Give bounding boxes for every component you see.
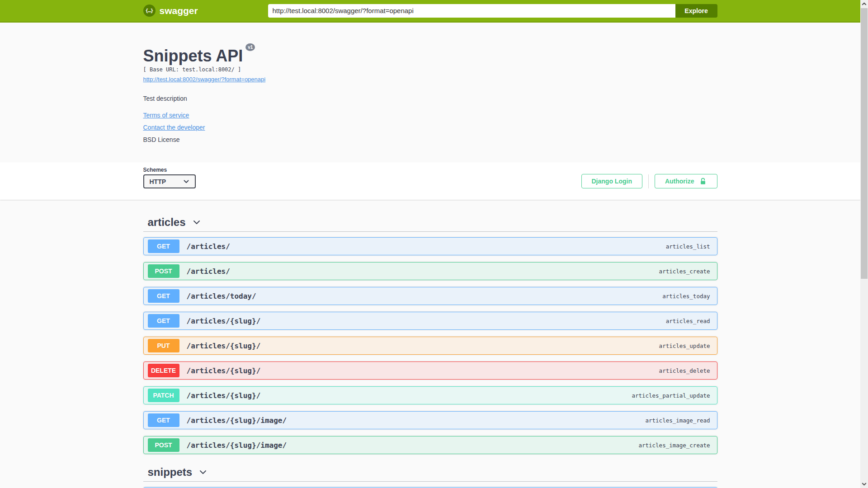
scheme-select[interactable]: HTTP <box>143 174 196 188</box>
unlocked-padlock-icon <box>699 177 707 185</box>
operation-row[interactable]: GET /articles/ articles_list <box>143 237 717 255</box>
operation-row[interactable]: DELETE /articles/{slug}/ articles_delete <box>143 361 717 380</box>
swagger-logo-icon: {…} <box>143 5 156 17</box>
api-description: Test description <box>143 95 717 102</box>
schemes-block: Schemes HTTP <box>143 167 196 188</box>
scheme-selected-value: HTTP <box>150 178 166 185</box>
op-id: articles_image_create <box>638 442 710 449</box>
topbar: {…} swagger Explore <box>0 0 860 23</box>
op-id: articles_today <box>662 293 710 300</box>
operation-row[interactable]: PUT /articles/{slug}/ articles_update <box>143 337 717 355</box>
method-badge: DELETE <box>148 364 179 377</box>
chevron-down-icon <box>192 218 201 227</box>
method-badge: GET <box>148 314 179 328</box>
op-id: articles_read <box>666 318 710 324</box>
brand-name: swagger <box>160 5 198 16</box>
api-sections: articles GET /articles/ articles_list PO… <box>143 200 717 488</box>
tag-title: snippets <box>148 466 193 479</box>
chevron-down-icon <box>198 468 208 477</box>
method-badge: PATCH <box>148 389 179 402</box>
scheme-container: Schemes HTTP Django Login Authorize <box>0 162 860 200</box>
spec-link[interactable]: http://test.local:8002/swagger/?format=o… <box>143 76 266 83</box>
schemes-label: Schemes <box>143 167 196 173</box>
method-badge: GET <box>148 289 179 303</box>
operation-row[interactable]: GET /articles/today/ articles_today <box>143 287 717 305</box>
scrollbar-up-arrow-icon[interactable] <box>860 0 868 8</box>
op-path: /articles/{slug}/ <box>187 391 261 400</box>
django-login-label: Django Login <box>592 178 632 185</box>
op-path: /articles/{slug}/ <box>187 342 261 350</box>
explore-button[interactable]: Explore <box>675 4 717 18</box>
operation-row[interactable]: GET /articles/{slug}/ articles_read <box>143 312 717 330</box>
chevron-down-icon <box>183 178 189 185</box>
vertical-scrollbar[interactable] <box>860 0 868 488</box>
op-id: articles_image_read <box>646 417 710 424</box>
contact-developer-link[interactable]: Contact the developer <box>143 124 205 131</box>
api-title-row: Snippets APIv1 <box>143 47 717 65</box>
operation-row[interactable]: POST /articles/{slug}/image/ articles_im… <box>143 436 717 454</box>
page-title: Snippets API <box>143 47 243 65</box>
swagger-brand: {…} swagger <box>143 5 198 17</box>
authorize-button[interactable]: Authorize <box>655 174 717 188</box>
operations: GET /snippets/ snippets_list <box>143 482 717 488</box>
method-badge: POST <box>148 264 179 278</box>
tag-section: snippets GET /snippets/ snippets_list <box>143 466 717 488</box>
op-id: articles_partial_update <box>632 392 710 399</box>
version-badge: v1 <box>245 43 255 51</box>
method-badge: GET <box>148 413 179 427</box>
op-path: /articles/{slug}/ <box>187 317 261 325</box>
op-id: articles_create <box>659 268 710 275</box>
op-path: /articles/ <box>187 267 230 276</box>
base-url: [ Base URL: test.local:8002/ ] <box>143 66 717 73</box>
authorize-label: Authorize <box>665 178 694 185</box>
tag-title: articles <box>148 216 186 229</box>
method-badge: GET <box>148 239 179 253</box>
op-id: articles_delete <box>659 367 710 374</box>
op-path: /articles/{slug}/ <box>187 366 261 375</box>
spec-url-input[interactable] <box>268 4 675 18</box>
op-id: articles_list <box>666 243 710 250</box>
op-id: articles_update <box>659 343 710 349</box>
auth-divider <box>648 174 649 188</box>
scrollbar-thumb[interactable] <box>861 8 868 279</box>
operation-row[interactable]: POST /articles/ articles_create <box>143 262 717 280</box>
info-container: Snippets APIv1 [ Base URL: test.local:80… <box>0 23 860 162</box>
auth-wrapper: Django Login Authorize <box>581 174 717 188</box>
operations: GET /articles/ articles_list POST /artic… <box>143 232 717 454</box>
method-badge: POST <box>148 438 179 452</box>
tag-header[interactable]: articles <box>143 216 717 232</box>
scrollbar-down-arrow-icon[interactable] <box>860 480 868 488</box>
op-path: /articles/today/ <box>187 292 256 300</box>
operation-row[interactable]: PATCH /articles/{slug}/ articles_partial… <box>143 386 717 404</box>
op-path: /articles/ <box>187 242 230 251</box>
op-path: /articles/{slug}/image/ <box>187 416 287 425</box>
op-path: /articles/{slug}/image/ <box>187 441 287 450</box>
license-text: BSD License <box>143 136 717 143</box>
tag-header[interactable]: snippets <box>143 466 717 482</box>
download-url-form: Explore <box>268 4 717 18</box>
tag-section: articles GET /articles/ articles_list PO… <box>143 216 717 454</box>
terms-of-service-link[interactable]: Terms of service <box>143 112 189 119</box>
swagger-ui-page: {…} swagger Explore Snippets APIv1 [ Bas… <box>0 0 860 488</box>
method-badge: PUT <box>148 339 179 352</box>
operation-row[interactable]: GET /articles/{slug}/image/ articles_ima… <box>143 411 717 429</box>
django-login-button[interactable]: Django Login <box>581 174 642 188</box>
